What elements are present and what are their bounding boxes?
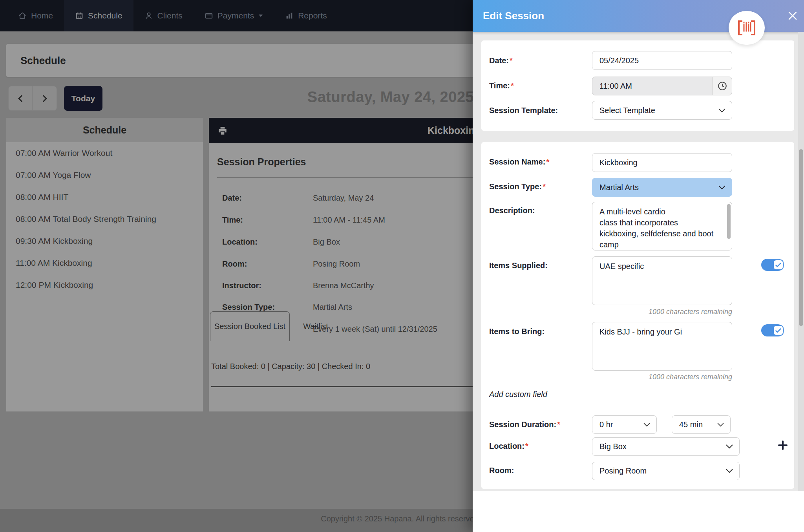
items-to-bring-toggle[interactable]: [761, 324, 784, 336]
modal-footer: [473, 491, 804, 532]
date-label: Date:*: [489, 56, 513, 65]
items-supplied-toggle[interactable]: [761, 259, 784, 271]
chevron-down-icon: [726, 469, 733, 473]
clock-icon: [717, 81, 727, 91]
items-supplied-textarea[interactable]: UAE specific: [592, 256, 732, 305]
barcode-badge[interactable]: [729, 11, 765, 45]
items-to-bring-label: Items to Bring:: [489, 327, 545, 336]
chars-remaining: 1000 characters remaining: [592, 308, 732, 316]
barcode-icon: [736, 19, 757, 37]
session-template-label: Session Template:: [489, 106, 558, 115]
session-duration-label: Session Duration:*: [489, 420, 560, 429]
room-select[interactable]: Posing Room: [592, 462, 740, 480]
items-supplied-label: Items Supplied:: [489, 261, 548, 270]
chevron-down-icon: [718, 185, 725, 190]
description-label: Description:: [489, 206, 535, 215]
close-icon[interactable]: [786, 9, 800, 23]
modal-title: Edit Session: [483, 0, 544, 32]
session-template-select[interactable]: Select Template: [592, 101, 732, 120]
session-name-label: Session Name:*: [489, 157, 549, 166]
modal-backdrop[interactable]: [0, 0, 473, 532]
duration-hours-select[interactable]: 0 hr: [592, 415, 657, 434]
check-icon: [775, 263, 781, 267]
duration-minutes-select[interactable]: 45 min: [672, 415, 731, 434]
chevron-down-icon: [718, 108, 725, 113]
time-picker-button[interactable]: [713, 77, 732, 95]
chars-remaining: 1000 characters remaining: [592, 373, 732, 381]
session-type-label: Session Type:*: [489, 182, 546, 191]
toggle-knob: [773, 325, 784, 336]
chevron-down-icon: [643, 423, 650, 427]
chevron-down-icon: [717, 423, 724, 427]
toggle-knob: [773, 260, 784, 270]
session-type-select[interactable]: Martial Arts: [592, 178, 732, 197]
date-input[interactable]: [592, 51, 732, 70]
modal-scrollbar-thumb[interactable]: [799, 149, 803, 326]
app-window: Home Schedule Clients Payments Reports S…: [0, 0, 804, 532]
room-label: Room:: [489, 466, 514, 475]
add-location-button[interactable]: [774, 437, 791, 454]
textarea-scrollbar[interactable]: [727, 204, 731, 239]
add-custom-field-link[interactable]: Add custom field: [489, 390, 547, 399]
session-name-input[interactable]: [592, 153, 732, 172]
location-label: Location:*: [489, 442, 528, 451]
description-textarea[interactable]: A multi-level cardio class that incorpor…: [592, 202, 732, 250]
check-icon: [775, 328, 781, 333]
items-to-bring-textarea[interactable]: Kids BJJ - bring your Gi: [592, 322, 732, 371]
plus-icon: [778, 440, 788, 450]
time-label: Time:*: [489, 81, 514, 90]
location-select[interactable]: Big Box: [592, 437, 740, 456]
time-input[interactable]: 11:00 AM: [592, 77, 713, 95]
edit-session-modal: Edit Session Date:* Time:* 11:00 AM: [473, 0, 804, 532]
chevron-down-icon: [726, 444, 733, 449]
